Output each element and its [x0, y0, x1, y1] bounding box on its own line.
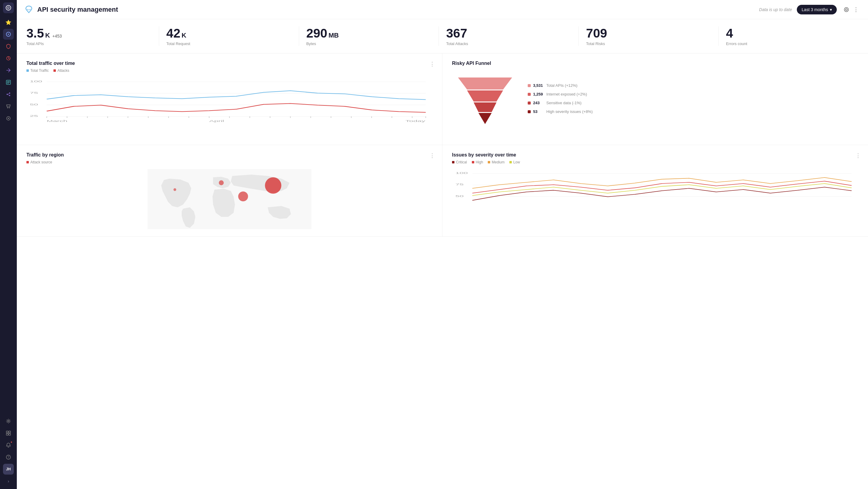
severity-svg: 100 75 50 — [452, 169, 858, 217]
attacks-label: Attacks — [57, 68, 69, 73]
svg-point-8 — [9, 95, 10, 96]
sidebar-item-favorites[interactable]: ⭐ — [3, 17, 14, 28]
legend-total-traffic: Total Traffic — [26, 68, 49, 73]
sidebar-expand-button[interactable]: › — [3, 476, 14, 487]
svg-rect-14 — [6, 431, 8, 433]
kpi-total-apis: 3.5K +453 Total APIs — [26, 26, 159, 46]
region-legend: Attack source — [26, 160, 433, 164]
svg-point-63 — [219, 180, 224, 185]
sidebar-item-center[interactable] — [3, 113, 14, 124]
region-chart-menu[interactable]: ⋮ — [430, 152, 435, 159]
time-range-label: Last 3 months — [802, 7, 828, 12]
charts-grid: Total traffic over time Total Traffic At… — [17, 54, 868, 237]
attack-source-label: Attack source — [30, 160, 52, 164]
sidebar-item-help[interactable]: ? — [3, 452, 14, 463]
kpi-attacks-label: Total Attacks — [446, 41, 571, 46]
svg-marker-54 — [467, 90, 503, 101]
svg-point-62 — [238, 192, 248, 202]
user-avatar[interactable]: JH — [3, 464, 14, 475]
sidebar-item-marketplace[interactable] — [3, 101, 14, 112]
kpi-bytes: 290MB Bytes — [299, 26, 439, 46]
kpi-attacks: 367 Total Attacks — [439, 26, 579, 46]
svg-text:100: 100 — [455, 172, 468, 175]
svg-text:April: April — [209, 120, 224, 123]
svg-point-6 — [7, 94, 8, 95]
funnel-dot-1 — [528, 84, 531, 87]
funnel-num-1: 3,531 — [533, 83, 544, 88]
funnel-dot-3 — [528, 101, 531, 104]
svg-text:Today: Today — [405, 120, 426, 123]
funnel-num-2: 1,259 — [533, 92, 544, 96]
sidebar: O ⭐ ? JH › — [0, 0, 17, 489]
traffic-chart-menu[interactable]: ⋮ — [430, 61, 435, 67]
funnel-legend: 3,531 Total APIs (+12%) 1,259 Internet e… — [528, 83, 593, 114]
region-chart-panel: Traffic by region Attack source ⋮ — [17, 145, 442, 237]
low-dot — [509, 161, 512, 163]
funnel-num-3: 243 — [533, 101, 544, 105]
kpi-bytes-value: 290MB — [306, 26, 432, 40]
low-label: Low — [513, 160, 520, 164]
total-traffic-label: Total Traffic — [30, 68, 49, 73]
critical-label: Critical — [456, 160, 467, 164]
svg-point-10 — [9, 108, 10, 109]
world-map — [26, 169, 433, 229]
svg-point-13 — [8, 421, 9, 422]
attacks-dot — [54, 69, 56, 72]
data-status: Data is up to date — [759, 7, 792, 12]
svg-marker-53 — [458, 78, 512, 90]
kpi-attacks-value: 367 — [446, 26, 571, 40]
sidebar-item-monitoring[interactable] — [3, 53, 14, 64]
sidebar-item-inventory[interactable] — [3, 77, 14, 88]
severity-chart-menu[interactable]: ⋮ — [856, 152, 861, 159]
svg-point-12 — [8, 118, 9, 119]
region-chart-title: Traffic by region — [26, 152, 433, 158]
sidebar-item-grid[interactable] — [3, 428, 14, 438]
funnel-item-high-severity: 53 High severity issues (+8%) — [528, 109, 593, 114]
sidebar-item-security[interactable] — [3, 41, 14, 52]
kpi-row: 3.5K +453 Total APIs 42K Total Request 2… — [17, 19, 868, 54]
svg-text:50: 50 — [455, 195, 464, 197]
header-logo — [24, 5, 34, 14]
kpi-risks-label: Total Risks — [586, 41, 711, 46]
app-logo[interactable]: O — [3, 2, 14, 13]
kpi-total-apis-value: 3.5K +453 — [26, 26, 152, 40]
total-traffic-dot — [26, 69, 29, 72]
funnel-chart-title: Risky API Funnel — [452, 61, 858, 66]
severity-chart-area: 100 75 50 — [452, 169, 858, 229]
kpi-errors-label: Errors count — [726, 41, 851, 46]
funnel-label-1: Total APIs (+12%) — [546, 83, 578, 88]
sidebar-item-graph[interactable] — [3, 89, 14, 100]
funnel-chart-panel: Risky API Funnel — [442, 54, 868, 145]
svg-text:100: 100 — [30, 80, 42, 83]
svg-text:O: O — [7, 6, 10, 10]
time-range-button[interactable]: Last 3 months ▾ — [797, 5, 837, 14]
kpi-errors: 4 Errors count — [719, 26, 858, 46]
page-content: 3.5K +453 Total APIs 42K Total Request 2… — [17, 19, 868, 489]
legend-critical: Critical — [452, 160, 467, 164]
sidebar-item-integrations[interactable] — [3, 65, 14, 76]
svg-text:March: March — [47, 120, 68, 123]
kpi-risks-value: 709 — [586, 26, 711, 40]
page-header: API security management Data is up to da… — [17, 0, 868, 19]
traffic-legend: Total Traffic Attacks — [26, 68, 433, 73]
funnel-label-4: High severity issues (+8%) — [546, 109, 593, 114]
svg-point-3 — [8, 34, 9, 35]
sidebar-item-dashboard[interactable] — [3, 29, 14, 40]
sidebar-item-notifications[interactable] — [3, 440, 14, 451]
kpi-total-apis-label: Total APIs — [26, 41, 152, 46]
alerts-button[interactable] — [842, 5, 851, 14]
funnel-item-internet-exposed: 1,259 Internet exposed (+2%) — [528, 92, 593, 96]
medium-label: Medium — [492, 160, 504, 164]
more-options-button[interactable]: ⋮ — [851, 5, 861, 14]
attack-source-dot — [26, 161, 29, 163]
medium-dot — [488, 161, 490, 163]
svg-text:75: 75 — [30, 92, 38, 95]
svg-marker-55 — [474, 102, 496, 112]
funnel-label-2: Internet exposed (+2%) — [546, 92, 587, 96]
traffic-chart-title: Total traffic over time — [26, 61, 433, 66]
sidebar-item-settings[interactable] — [3, 416, 14, 427]
kpi-total-request-label: Total Request — [166, 41, 292, 46]
legend-high: High — [472, 160, 483, 164]
svg-point-9 — [7, 108, 8, 109]
severity-chart-panel: Issues by severity over time Critical Hi… — [442, 145, 868, 237]
